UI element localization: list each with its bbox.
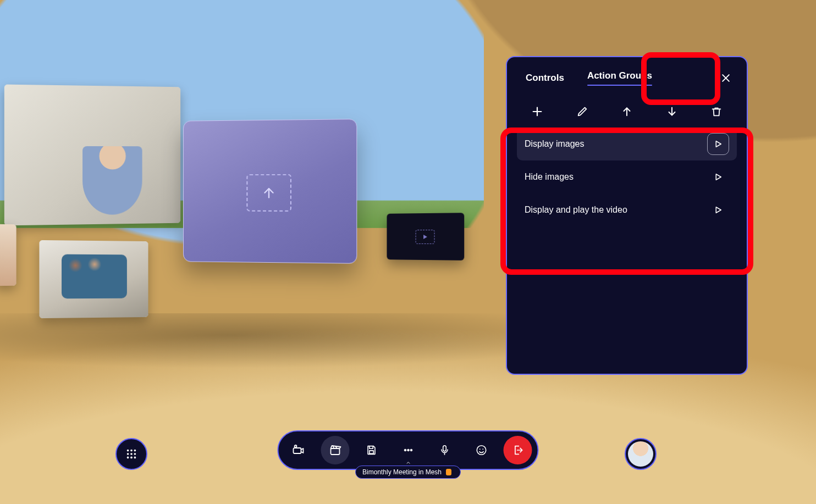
action-item[interactable]: Display and play the video [517,193,737,226]
svg-point-6 [127,457,129,459]
svg-point-8 [134,457,136,459]
close-panel-button[interactable] [717,69,735,87]
emoji-icon [475,444,487,456]
svg-point-2 [134,450,136,452]
svg-point-4 [130,453,133,455]
action-item-label: Hide images [525,172,574,182]
leave-button[interactable] [504,436,532,464]
svg-point-10 [295,445,297,447]
edit-action-button[interactable] [574,103,591,120]
scene-photo-1 [4,85,180,226]
move-up-button[interactable] [619,103,635,120]
apps-grid-button[interactable] [115,438,147,470]
svg-point-14 [407,449,409,451]
more-icon [402,444,414,456]
meeting-status-dot [446,469,451,475]
save-button[interactable] [357,436,386,464]
emoji-button[interactable] [467,436,495,464]
action-item[interactable]: Display images [517,128,737,160]
play-action-button[interactable] [707,133,729,155]
mic-icon [439,444,451,456]
action-item[interactable]: Hide images [517,160,737,193]
delete-action-button[interactable] [708,103,725,120]
leave-icon [512,444,524,456]
panel-toolbar [507,92,747,124]
svg-point-19 [482,448,483,450]
upload-dropzone[interactable] [246,174,291,212]
more-button[interactable] [394,436,422,464]
pencil-icon [576,106,588,118]
clapboard-button[interactable] [321,436,349,464]
play-outline-icon [713,205,723,215]
action-group-list: Display images Hide images Display and p… [507,124,747,226]
play-outline-icon [713,139,723,149]
svg-point-0 [127,450,129,452]
plus-icon [531,106,543,118]
svg-rect-16 [443,446,446,451]
camera-icon [292,444,305,457]
scene-photo-2 [0,224,16,286]
mic-button[interactable] [431,436,459,464]
meeting-title-label: Bimonthly Meeting in Mesh [362,468,442,476]
action-item-label: Display images [525,139,584,149]
play-action-button[interactable] [707,199,729,221]
svg-point-17 [477,446,486,455]
svg-rect-11 [330,448,339,455]
camera-button[interactable] [284,436,313,464]
scene-photo-3 [39,240,148,318]
arrow-up-icon [262,185,276,201]
bottom-dock [278,430,539,470]
avatar-image [628,441,653,467]
close-icon [720,73,731,84]
clapboard-icon [328,444,341,457]
trash-icon [710,106,723,118]
save-icon [366,444,378,456]
play-icon [422,233,428,240]
chevron-up-icon [405,460,411,466]
scene-upload-panel[interactable] [183,119,357,264]
svg-point-7 [130,457,133,459]
svg-rect-12 [370,451,373,454]
play-outline-icon [713,172,723,182]
avatar-button[interactable] [625,438,657,470]
play-action-button[interactable] [707,166,729,188]
svg-point-5 [134,453,136,455]
action-item-label: Display and play the video [525,205,627,215]
svg-point-3 [127,453,129,455]
tab-action-groups[interactable]: Action Groups [587,70,652,86]
svg-point-13 [404,449,406,451]
svg-point-18 [479,448,480,450]
panel-tabs: Controls Action Groups [507,57,747,92]
tab-controls[interactable]: Controls [526,73,564,84]
move-down-button[interactable] [664,103,680,120]
grid-icon [125,448,137,460]
meeting-title-pill[interactable]: Bimonthly Meeting in Mesh [355,466,461,479]
add-action-button[interactable] [529,103,545,120]
scene-video-thumbnail[interactable] [387,213,464,261]
controls-panel: Controls Action Groups Display images [506,56,748,375]
svg-rect-9 [294,448,301,453]
arrow-down-icon [666,106,678,118]
svg-point-15 [410,449,412,451]
svg-point-1 [130,450,133,452]
arrow-up-icon [621,106,633,118]
